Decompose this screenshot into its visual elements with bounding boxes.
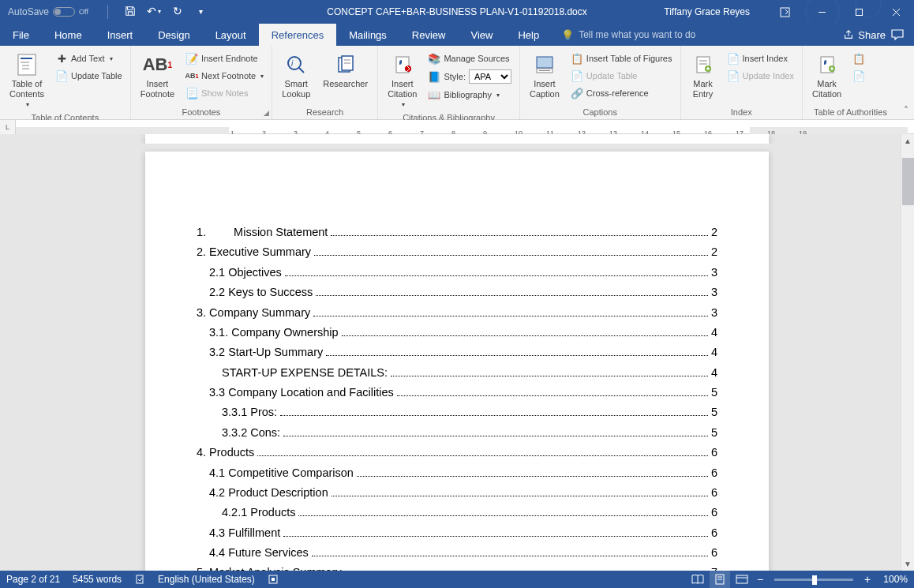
cross-reference-button[interactable]: 🔗Cross-reference	[568, 85, 676, 101]
tab-review[interactable]: Review	[399, 24, 459, 46]
toc-entry[interactable]: 3.1.Company Ownership4	[197, 323, 717, 343]
tell-me-search[interactable]: 💡 Tell me what you want to do	[561, 24, 695, 46]
document-area[interactable]: 1.Mission Statement22.Executive Summary2…	[0, 134, 914, 571]
toc-entry-page: 6	[711, 483, 717, 503]
footnote-icon: AB1	[144, 52, 170, 77]
zoom-slider-thumb[interactable]	[812, 575, 817, 585]
mark-citation-button[interactable]: Mark Citation	[807, 49, 846, 103]
add-text-button[interactable]: ✚Add Text▾	[52, 51, 125, 66]
tab-help[interactable]: Help	[505, 24, 552, 46]
user-name[interactable]: Tiffany Grace Reyes	[664, 6, 750, 17]
next-footnote-button[interactable]: AB1Next Footnote▾	[182, 68, 267, 84]
previous-page-edge	[145, 134, 769, 144]
toc-entry-number: 2.	[197, 242, 206, 262]
zoom-in-button[interactable]: +	[861, 573, 874, 586]
toc-entry[interactable]: START-UP EXPENSE DETAILS:4	[197, 363, 717, 383]
tab-file[interactable]: File	[0, 24, 42, 46]
smart-lookup-button[interactable]: i Smart Lookup	[277, 49, 315, 103]
toc-entry[interactable]: 3.3Company Location and Facilities5	[197, 383, 717, 403]
toc-entry[interactable]: 4.4Future Services6	[197, 543, 717, 563]
toc-leader-dots	[283, 536, 708, 537]
web-layout-button[interactable]	[732, 571, 752, 588]
manage-sources-button[interactable]: 📚Manage Sources	[425, 51, 515, 66]
horizontal-ruler[interactable]: L 12345678910111213141516171819	[0, 120, 914, 134]
toc-entry[interactable]: 2.Executive Summary2	[197, 242, 717, 262]
toc-entry[interactable]: 4.1Competitive Comparison6	[197, 463, 717, 483]
tab-design[interactable]: Design	[145, 24, 202, 46]
toc-entry[interactable]: 3.3.2Cons:5	[197, 423, 717, 443]
zoom-out-button[interactable]: −	[754, 573, 766, 586]
table-of-contents-button[interactable]: Table of Contents ▾	[5, 49, 49, 111]
ribbon-display-options-icon[interactable]	[767, 0, 803, 24]
researcher-button[interactable]: Researcher	[318, 49, 373, 92]
tab-references[interactable]: References	[259, 24, 336, 46]
svg-text:i: i	[291, 59, 294, 68]
toc-entry-page: 7	[711, 563, 717, 571]
document-page[interactable]: 1.Mission Statement22.Executive Summary2…	[145, 152, 769, 571]
redo-icon[interactable]: ↻	[171, 5, 184, 17]
ribbon-group-footnotes: AB1 Insert Footnote 📝Insert Endnote AB1N…	[131, 46, 273, 119]
insert-tof-button[interactable]: 📋Insert Table of Figures	[568, 51, 676, 66]
zoom-slider[interactable]	[774, 579, 853, 581]
toc-entry[interactable]: 4.3Fulfillment6	[197, 523, 717, 543]
minimize-button[interactable]	[804, 0, 840, 24]
spellcheck-button[interactable]	[134, 574, 145, 585]
language-indicator[interactable]: English (United States)	[158, 574, 255, 585]
toc-entry[interactable]: 2.2Keys to Success3	[197, 283, 717, 302]
toc-entry[interactable]: 3.Company Summary3	[197, 303, 717, 323]
style-dropdown[interactable]: APA	[469, 69, 511, 84]
maximize-button[interactable]	[841, 0, 877, 24]
citation-style-select[interactable]: 📘 Style: APA	[425, 68, 515, 85]
collapse-ribbon-icon[interactable]: ˄	[898, 46, 914, 119]
group-label-captions: Captions	[525, 106, 676, 119]
scroll-up-icon[interactable]: ▲	[901, 134, 914, 148]
customize-qat-icon[interactable]: ▾	[195, 5, 208, 17]
toc-entry[interactable]: 4.2Product Description6	[197, 483, 717, 503]
tab-layout[interactable]: Layout	[203, 24, 259, 46]
chevron-down-icon: ▾	[496, 92, 500, 99]
mark-entry-button[interactable]: Mark Entry	[686, 49, 721, 103]
print-layout-button[interactable]	[710, 571, 730, 588]
tab-home[interactable]: Home	[42, 24, 95, 46]
web-layout-icon	[736, 575, 748, 584]
tab-mailings[interactable]: Mailings	[336, 24, 399, 46]
insert-index-button[interactable]: 📄Insert Index	[724, 51, 797, 66]
close-button[interactable]	[878, 0, 914, 24]
toc-entry[interactable]: 4.Products6	[197, 443, 717, 463]
undo-icon[interactable]: ↶▾	[148, 5, 160, 17]
word-count[interactable]: 5455 words	[73, 574, 122, 585]
toc-entry[interactable]: 2.1Objectives3	[197, 263, 717, 283]
insert-citation-button[interactable]: Insert Citation ▾	[383, 49, 421, 111]
tab-view[interactable]: View	[458, 24, 505, 46]
vertical-scrollbar[interactable]: ▲ ▼	[901, 134, 914, 571]
read-mode-button[interactable]	[687, 571, 708, 588]
toc-entry[interactable]: 4.2.1Products6	[197, 503, 717, 522]
insert-caption-button[interactable]: Insert Caption	[525, 49, 564, 103]
toc-leader-dots	[285, 275, 708, 276]
toc-leader-dots	[332, 496, 708, 496]
zoom-level[interactable]: 100%	[883, 574, 908, 585]
toc-entry-page: 4	[711, 363, 717, 383]
autosave-toggle[interactable]: AutoSave Off	[8, 6, 88, 17]
insert-footnote-button[interactable]: AB1 Insert Footnote	[136, 49, 179, 103]
dialog-launcher-icon[interactable]: ◢	[264, 109, 269, 117]
toc-label: Table of Contents	[9, 79, 44, 99]
page-indicator[interactable]: Page 2 of 21	[6, 574, 60, 585]
toc-entry[interactable]: 1.Mission Statement2	[197, 223, 717, 242]
tab-insert[interactable]: Insert	[95, 24, 146, 46]
macro-recording-button[interactable]	[268, 574, 279, 585]
comments-icon[interactable]	[889, 26, 906, 43]
share-button[interactable]: Share	[843, 29, 886, 41]
scroll-down-icon[interactable]: ▼	[901, 557, 914, 571]
update-toa-icon: 📄	[852, 69, 865, 82]
toc-entry[interactable]: 3.3.1Pros:5	[197, 403, 717, 422]
toc-entry-page: 5	[711, 383, 717, 403]
toc-entry[interactable]: 5.Market Analysis Summary7	[197, 563, 717, 571]
save-icon[interactable]	[124, 5, 137, 17]
update-table-button[interactable]: 📄Update Table	[52, 68, 125, 84]
toc-entry-page: 5	[711, 423, 717, 443]
insert-endnote-button[interactable]: 📝Insert Endnote	[182, 51, 267, 66]
toc-entry[interactable]: 3.2Start-Up Summary4	[197, 343, 717, 362]
scroll-thumb[interactable]	[902, 158, 914, 205]
bibliography-button[interactable]: 📖Bibliography▾	[425, 87, 515, 103]
